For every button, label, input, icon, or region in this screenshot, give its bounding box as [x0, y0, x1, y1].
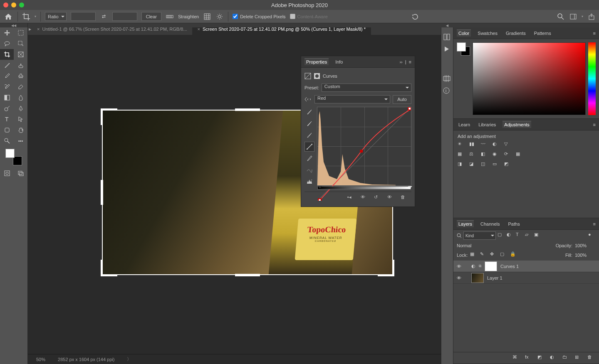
threshold-icon[interactable]: ◫ [481, 161, 488, 169]
share-icon[interactable] [587, 12, 596, 21]
path-select-tool[interactable] [14, 114, 27, 125]
info-tab[interactable]: Info [334, 59, 344, 65]
layer-thumb[interactable] [471, 273, 484, 283]
properties-tab[interactable]: Properties [304, 58, 329, 65]
zoom-level[interactable]: 50% [36, 357, 45, 362]
foreground-swatch[interactable] [5, 149, 15, 158]
vibrance-icon[interactable]: ▽ [504, 141, 512, 149]
fill-input[interactable]: 100% [575, 253, 596, 258]
hue-slider[interactable] [588, 42, 596, 115]
panel-menu-icon[interactable]: ≡ [593, 221, 596, 226]
link-mask-icon[interactable]: ⧉ [479, 264, 481, 268]
width-input[interactable] [71, 12, 96, 21]
invert-icon[interactable]: ◨ [458, 161, 465, 169]
color-swatches[interactable] [5, 149, 22, 165]
screen-mode-tool[interactable] [14, 168, 27, 179]
home-icon[interactable] [3, 12, 13, 22]
adjust-preset-icon[interactable] [443, 75, 451, 83]
more-tools[interactable]: ••• [14, 135, 27, 146]
layer-row-image[interactable]: 👁 Layer 1 [453, 272, 599, 284]
patterns-tab[interactable]: Patterns [532, 30, 553, 37]
color-tab[interactable]: Color [457, 30, 471, 37]
histogram-toggle-icon[interactable] [304, 177, 314, 187]
pencil-curve-icon[interactable] [304, 153, 314, 163]
info-panel-icon[interactable]: i [443, 87, 451, 96]
document-dimensions[interactable]: 2852 px x 1604 px (144 ppi) [58, 357, 114, 362]
lock-all-icon[interactable]: 🔒 [510, 251, 517, 259]
lock-transparency-icon[interactable]: ▦ [470, 251, 478, 259]
ratio-dropdown[interactable]: Ratio [45, 12, 67, 21]
gradients-tab[interactable]: Gradients [504, 30, 527, 37]
crop-tool[interactable] [0, 49, 14, 60]
filter-toggle-icon[interactable]: ● [588, 232, 596, 239]
collapse-panel-icon[interactable]: ›› [399, 59, 402, 64]
crop-settings-icon[interactable] [215, 12, 224, 21]
dock-icon[interactable]: | [405, 59, 406, 64]
content-aware-checkbox[interactable]: Content-Aware [290, 14, 328, 19]
panel-menu-icon[interactable]: ≡ [593, 31, 596, 36]
delete-layer-icon[interactable]: 🗑 [587, 354, 595, 362]
filter-pixel-icon[interactable]: ▢ [498, 232, 505, 239]
targeted-adj-icon[interactable] [304, 96, 312, 102]
swatches-tab[interactable]: Swatches [476, 30, 499, 37]
brush-tool[interactable] [0, 71, 14, 81]
color-picker[interactable] [473, 42, 586, 115]
zoom-window[interactable] [19, 2, 24, 7]
healing-brush-tool[interactable] [14, 60, 27, 71]
minimize-window[interactable] [11, 2, 16, 7]
libraries-tab[interactable]: Libraries [477, 121, 498, 128]
color-balance-icon[interactable]: ⚖ [469, 151, 477, 159]
learn-tab[interactable]: Learn [457, 121, 472, 128]
filter-kind-dropdown[interactable]: Kind [463, 231, 496, 240]
lasso-tool[interactable] [0, 38, 14, 49]
collapse-dock-icon[interactable]: ◀ [148, 23, 599, 27]
stamp-tool[interactable] [14, 71, 27, 81]
blend-mode-dropdown[interactable]: Normal [457, 243, 505, 248]
color-lookup-icon[interactable]: ▦ [516, 151, 523, 159]
sample-gray-icon[interactable] [304, 118, 314, 128]
curves-graph[interactable] [317, 107, 411, 186]
close-tab-icon[interactable]: × [37, 27, 40, 32]
auto-button[interactable]: Auto [393, 95, 411, 104]
reset-crop-icon[interactable] [411, 12, 419, 21]
marquee-tool[interactable] [14, 27, 27, 38]
filter-smart-icon[interactable]: ▣ [534, 232, 542, 239]
layer-name[interactable]: Layer 1 [487, 275, 502, 280]
overlay-grid-icon[interactable] [203, 12, 211, 21]
bw-icon[interactable]: ◧ [481, 151, 488, 159]
layer-mask-icon[interactable]: ◩ [537, 354, 545, 362]
lock-position-icon[interactable]: ✥ [490, 251, 498, 259]
eyedropper-tool[interactable] [0, 60, 14, 71]
workspace-icon[interactable] [569, 12, 577, 21]
swap-dimensions-icon[interactable]: ⇄ [100, 12, 108, 21]
adjustment-badge-icon[interactable]: ◐ [471, 263, 475, 269]
crop-tool-icon[interactable] [22, 12, 30, 21]
gradient-map-icon[interactable]: ▭ [493, 161, 500, 169]
preset-dropdown[interactable]: Custom [322, 84, 411, 92]
color-fg-bg[interactable] [457, 42, 470, 56]
filter-shape-icon[interactable]: ▱ [525, 232, 532, 239]
history-brush-tool[interactable] [0, 81, 14, 92]
blur-tool[interactable] [14, 92, 27, 103]
filter-adj-icon[interactable]: ◐ [507, 232, 514, 239]
sample-black-icon[interactable] [304, 130, 314, 140]
layers-tab[interactable]: Layers [457, 220, 474, 227]
layer-name[interactable]: Curves 1 [500, 264, 519, 269]
close-window[interactable] [3, 2, 8, 7]
edit-points-icon[interactable] [304, 142, 314, 152]
adjustments-tab[interactable]: Adjustments [502, 121, 531, 128]
curves-icon[interactable]: 〰 [481, 141, 488, 149]
clear-button[interactable]: Clear [141, 12, 161, 21]
channels-tab[interactable]: Channels [479, 221, 501, 227]
visibility-icon[interactable]: 👁 [457, 275, 461, 280]
move-tool[interactable] [0, 27, 14, 38]
new-layer-icon[interactable]: ⊞ [575, 354, 582, 362]
mask-icon[interactable] [314, 73, 320, 79]
shape-tool[interactable] [0, 125, 14, 135]
collapse-panel-icon[interactable]: ◀◀ [0, 23, 27, 27]
straighten-icon[interactable] [166, 12, 174, 21]
link-layers-icon[interactable]: ⌘ [512, 354, 520, 362]
levels-icon[interactable]: ▮▮ [469, 141, 477, 149]
gradient-tool[interactable] [0, 92, 14, 103]
status-expand-icon[interactable]: 〉 [127, 356, 131, 362]
